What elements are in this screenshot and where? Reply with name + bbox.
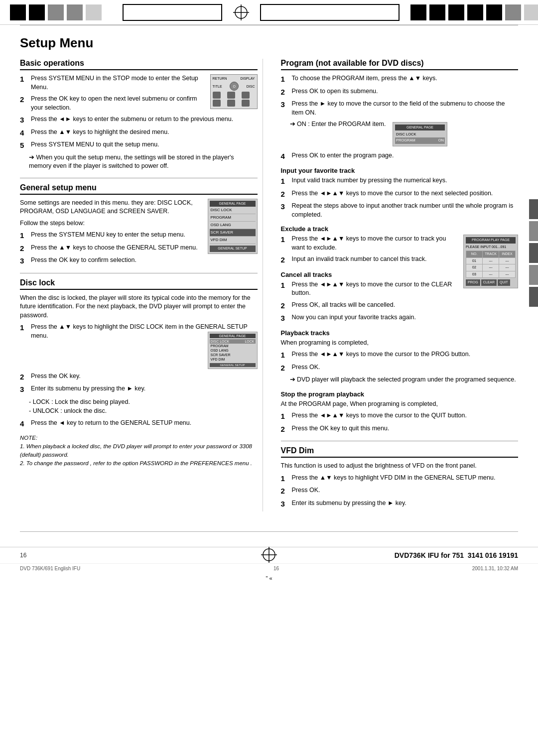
- menu-screenshot-title: GENERAL PAGE: [210, 201, 256, 207]
- general-setup-section: General setup menu GENERAL PAGE DISC LOC…: [20, 183, 258, 266]
- input-favorite-steps: 1 Input valid track number by pressing t…: [281, 176, 519, 219]
- footer-center: 16: [273, 566, 279, 571]
- stop-step-1: 1 Press the ◄►▲▼ keys to move the cursor…: [281, 411, 519, 421]
- model-info: DVD736K IFU for 751 3141 016 19191: [395, 551, 518, 559]
- note-2: 2. To change the password , refer to the…: [20, 459, 258, 468]
- cancel-step-1: 1 Press the ◄►▲▼ keys to move the cursor…: [281, 280, 460, 298]
- vfd-dim-steps: 1 Press the ▲▼ keys to highlight VFD DIM…: [281, 474, 519, 509]
- page-content: Setup Menu Basic operations RETURNDISPLA…: [0, 25, 538, 531]
- prog-play-screenshot: PROGRAM PLAY PAGE PLEASE INPUT 001...091…: [463, 235, 518, 288]
- note-title: NOTE:: [20, 434, 258, 442]
- deco-rect-right: [260, 4, 400, 21]
- vfd-dim-intro: This function is used to adjust the brig…: [281, 462, 519, 471]
- playback-step-1: 1 Press the ◄►▲▼ keys to move the cursor…: [281, 350, 519, 360]
- menu-setup-label: GENERAL SETUP: [210, 246, 256, 252]
- menu-row-5: VFD DIM: [210, 237, 256, 244]
- general-step-2: 2 Press the ▲▼ keys to choose the GENERA…: [20, 244, 204, 253]
- footer-left: DVD 736K/691 English IFU: [20, 566, 80, 571]
- general-setup-title: General setup menu: [20, 183, 258, 195]
- basic-step-3: 3 Press the ◄► keys to enter the submenu…: [20, 115, 258, 125]
- program-step-1: 1 To choose the PROGRAM item, press the …: [281, 74, 519, 84]
- basic-step-1: 1 Press SYSTEM MENU in the STOP mode to …: [20, 74, 205, 92]
- disc-lock-step-3: 3 Enter its submenu by pressing the ► ke…: [20, 384, 258, 394]
- on-enter-screenshot: GENERAL PAGE DISC LOCK PROGRAMON: [393, 122, 447, 146]
- disc-lock-screenshot: GENERAL PAGE DISC LOCKLOCK PROGRAM OSD L…: [208, 332, 258, 369]
- bottom-right-info: DVD736K IFU for 751 3141 016 19191: [395, 551, 518, 559]
- stop-program-section: Stop the program playback At the PROGRAM…: [281, 390, 519, 434]
- program-arrow-note: ➔ ON : Enter the PROGRAM item. GENERAL P…: [290, 120, 519, 148]
- input-favorite-section: Input your favorite track 1 Input valid …: [281, 167, 519, 219]
- stop-program-steps: 1 Press the ◄►▲▼ keys to move the cursor…: [281, 411, 519, 434]
- deco-square-r1: [410, 4, 426, 20]
- input-fav-step-1: 1 Input valid track number by pressing t…: [281, 176, 519, 186]
- basic-step-4: 4 Press the ▲▼ keys to highlight the des…: [20, 128, 258, 138]
- disc-lock-intro: When the disc is locked, the player will…: [20, 294, 258, 320]
- menu-row-3: OSD LANG: [210, 222, 256, 229]
- deco-square-r5: [486, 4, 502, 20]
- general-step-1: 1 Press the SYSTEM MENU key to enter the…: [20, 231, 204, 241]
- program-steps: 1 To choose the PROGRAM item, press the …: [281, 74, 519, 117]
- deco-square-r3: [448, 4, 464, 20]
- note-1: 1. When playback a locked disc, the DVD …: [20, 442, 258, 460]
- stop-step-2: 2 Press the OK key to quit this menu.: [281, 424, 519, 434]
- device-image: RETURNDISPLAY TITLE O DISC: [210, 74, 258, 109]
- general-step-3: 3 Press the OK key to confirm selection.: [20, 256, 258, 266]
- playback-tracks-title: Playback tracks: [281, 329, 519, 337]
- stop-program-intro: At the PROGRAM page, When programing is …: [281, 400, 519, 409]
- vfd-step-2: 2 Press OK.: [281, 486, 519, 496]
- disc-lock-step-1: 1 Press the ▲▼ keys to highlight the DIS…: [20, 323, 258, 369]
- disc-lock-title: Disc lock: [20, 278, 258, 290]
- deco-square-3: [48, 4, 64, 20]
- deco-square-r2: [429, 4, 445, 20]
- top-bar: [0, 0, 538, 25]
- deco-square-2: [29, 4, 45, 20]
- deco-square-1: [10, 4, 26, 20]
- crosshair-bottom-icon: [260, 546, 278, 565]
- program-step-2: 2 Press OK to open its submenu.: [281, 87, 519, 97]
- menu-row-1: DISC LOCK: [210, 207, 256, 214]
- basic-operations-section: Basic operations RETURNDISPLAY TITLE O D…: [20, 59, 258, 171]
- playback-intro: When programing is completed,: [281, 339, 519, 348]
- footer-right: 2001.1.31, 10:32 AM: [472, 566, 518, 571]
- right-column: Program (not available for DVD discs) 1 …: [278, 59, 519, 511]
- right-tab-2: [529, 221, 538, 241]
- exclude-track-title: Exclude a track: [281, 225, 519, 233]
- top-bar-right: [260, 4, 538, 21]
- left-column: Basic operations RETURNDISPLAY TITLE O D…: [20, 59, 263, 511]
- top-bar-left-squares: [10, 4, 222, 21]
- disc-lock-notes: NOTE: 1. When playback a locked disc, th…: [20, 434, 258, 468]
- footer-quotes: " «: [0, 573, 538, 583]
- page-title: Setup Menu: [20, 35, 518, 51]
- exclude-step-2: 2 Input an invalid track number to cance…: [281, 255, 460, 265]
- menu-row-2: PROGRAM: [210, 214, 256, 222]
- vfd-step-1: 1 Press the ▲▼ keys to highlight VFD DIM…: [281, 474, 519, 484]
- deco-square-r4: [467, 4, 483, 20]
- input-fav-step-3: 3 Repeat the steps above to input anothe…: [281, 202, 519, 219]
- basic-operations-title: Basic operations: [20, 59, 258, 70]
- playback-steps: 1 Press the ◄►▲▼ keys to move the cursor…: [281, 350, 519, 373]
- right-edge-tabs: [529, 199, 538, 307]
- two-column-layout: Basic operations RETURNDISPLAY TITLE O D…: [20, 59, 518, 511]
- input-favorite-title: Input your favorite track: [281, 167, 519, 174]
- right-tab-1: [529, 199, 538, 219]
- menu-row-4-highlighted: SCR SAVER: [210, 229, 256, 237]
- prog-buttons: PROG CLEAR QUIT: [466, 279, 516, 286]
- disc-lock-step-2: 2 Press the OK key.: [20, 372, 258, 382]
- program-step-4: 4 Press OK to enter the program page.: [281, 151, 519, 161]
- stop-program-title: Stop the program playback: [281, 390, 519, 398]
- exclude-track-section: Exclude a track PROGRAM PLAY PAGE PLEASE…: [281, 225, 519, 265]
- program-section: Program (not available for DVD discs) 1 …: [281, 59, 519, 161]
- program-title: Program (not available for DVD discs): [281, 59, 519, 70]
- program-step-3: 3 Press the ► key to move the cursor to …: [281, 100, 519, 117]
- deco-square-5: [86, 4, 102, 20]
- cancel-step-3: 3 Now you can input your favorite tracks…: [281, 313, 519, 323]
- bottom-bar: 16 DVD736K IFU for 751 3141 016 19191: [0, 547, 538, 563]
- right-tab-4: [529, 265, 538, 285]
- crosshair-center-icon: [232, 2, 250, 22]
- right-tab-5: [529, 287, 538, 307]
- vfd-dim-title: VFD Dim: [281, 446, 519, 458]
- deco-square-4: [67, 4, 83, 20]
- basic-step-5: 5 Press SYSTEM MENU to quit the setup me…: [20, 140, 258, 150]
- disc-lock-section: Disc lock When the disc is locked, the p…: [20, 278, 258, 468]
- playback-step-2: 2 Press OK.: [281, 363, 519, 373]
